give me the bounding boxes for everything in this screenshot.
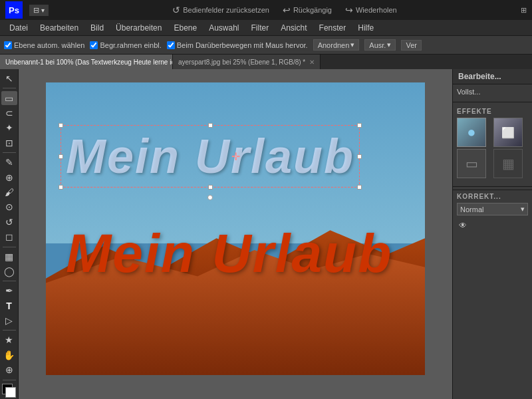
panel-divider-2 bbox=[453, 186, 532, 187]
toolbar-separator-5 bbox=[3, 330, 16, 331]
tab-label-1: Unbenannt-1 bei 100% (Das Textwerkzeug H… bbox=[5, 59, 173, 66]
show-bounds-label[interactable]: Begr.rahmen einbl. bbox=[90, 41, 161, 49]
crop-tool-btn[interactable]: ⊡ bbox=[1, 136, 17, 150]
canvas-area[interactable]: Mein Urlaub ✛ Mein Urlaub bbox=[19, 69, 452, 399]
hover-highlight-label[interactable]: Beim Darüberbewegen mit Maus hervor. bbox=[167, 41, 308, 49]
visibility-row: 👁 bbox=[453, 218, 532, 233]
redo-btn[interactable]: ↪ Wiederholen bbox=[345, 5, 397, 15]
star-btn[interactable]: ★ bbox=[1, 333, 17, 346]
workspace-toggle-btn[interactable]: ⊟ ▾ bbox=[29, 5, 49, 16]
fg-bg-colors[interactable] bbox=[2, 384, 17, 396]
menu-fenster[interactable]: Fenster bbox=[314, 22, 352, 34]
title-bar: Ps ⊟ ▾ ↺ Bedienfelder zurücksetzen ↩ Rüc… bbox=[0, 0, 532, 20]
effect-btn-3[interactable]: ▭ bbox=[457, 149, 486, 178]
menu-bearbeiten[interactable]: Bearbeiten bbox=[35, 22, 84, 34]
menu-hilfe[interactable]: Hilfe bbox=[352, 22, 379, 34]
ps-logo: Ps bbox=[5, 1, 23, 19]
autoselect-layer-checkbox[interactable] bbox=[4, 41, 12, 49]
flat-icon: ▭ bbox=[466, 156, 478, 172]
zoom-btn[interactable]: ⊕ bbox=[1, 363, 17, 376]
clone-btn[interactable]: ⊙ bbox=[1, 200, 17, 213]
effekte-section: EFFEKTE ● ⬜ ▭ ▦ bbox=[453, 105, 532, 184]
hover-highlight-checkbox[interactable] bbox=[167, 41, 175, 49]
tab-close-2[interactable]: ✕ bbox=[309, 59, 315, 66]
text-selected-inner[interactable]: Mein Urlaub bbox=[66, 129, 354, 184]
text-btn[interactable]: T bbox=[1, 299, 17, 313]
title-center: ↺ Bedienfelder zurücksetzen ↩ Rückgängig… bbox=[55, 5, 514, 15]
view-icon: ⊟ bbox=[33, 6, 39, 15]
brush-btn[interactable]: 🖌 bbox=[1, 186, 17, 199]
undo-icon: ↩ bbox=[283, 5, 291, 15]
canvas-text-red[interactable]: Mein Urlaub bbox=[66, 222, 405, 285]
reset-panels-btn[interactable]: ↺ Bedienfelder zurücksetzen bbox=[172, 5, 269, 15]
shape-btn[interactable]: ▷ bbox=[1, 314, 17, 327]
canvas-text-selected[interactable]: Mein Urlaub bbox=[66, 129, 354, 184]
effect-grid: ● ⬜ ▭ ▦ bbox=[457, 118, 528, 178]
toolbar-separator-6 bbox=[3, 380, 16, 380]
quick-select-btn[interactable]: ✦ bbox=[1, 121, 17, 134]
menu-filter[interactable]: Filter bbox=[246, 22, 275, 34]
text-below-container[interactable]: Mein Urlaub bbox=[66, 222, 405, 285]
hand-btn[interactable]: ✋ bbox=[1, 348, 17, 362]
menu-datei[interactable]: Datei bbox=[4, 22, 33, 34]
menu-bild[interactable]: Bild bbox=[85, 22, 109, 34]
redo-icon: ↪ bbox=[345, 5, 353, 15]
left-toolbar: ↖ ▭ ⊂ ✦ ⊡ ✎ ⊕ 🖌 ⊙ ↺ ◻ ▦ ◯ ✒ T ▷ ★ ✋ ⊕ bbox=[0, 69, 19, 399]
show-bounds-checkbox[interactable] bbox=[90, 41, 98, 49]
undo-btn[interactable]: ↩ Rückgängig bbox=[283, 5, 332, 15]
move-tool-btn[interactable]: ↖ bbox=[1, 72, 17, 85]
effect-btn-4[interactable]: ▦ bbox=[493, 149, 523, 178]
align-arrow-icon: ▾ bbox=[387, 41, 391, 49]
distribute-btn[interactable]: Ver bbox=[401, 40, 422, 51]
marquee-tool-btn[interactable]: ▭ bbox=[1, 91, 17, 104]
toolbar-separator-4 bbox=[3, 281, 16, 281]
eyedropper-btn[interactable]: ✎ bbox=[1, 156, 17, 169]
pen-btn[interactable]: ✒ bbox=[1, 284, 17, 297]
visibility-toggle-btn[interactable]: 👁 bbox=[457, 221, 469, 230]
eraser-btn[interactable]: ◻ bbox=[1, 230, 17, 243]
handle-midright[interactable] bbox=[357, 154, 362, 159]
toolbar-separator-3 bbox=[3, 247, 16, 247]
arrange-btn[interactable]: Anordnen ▾ bbox=[313, 39, 360, 51]
history-btn[interactable]: ↺ bbox=[1, 215, 17, 229]
dropdown-arrow-icon: ▾ bbox=[521, 205, 525, 213]
reset-icon: ↺ bbox=[172, 5, 180, 15]
toolbar-separator-2 bbox=[3, 152, 16, 153]
right-panel-header: Bearbeite... bbox=[453, 69, 532, 84]
toolbar-separator-1 bbox=[3, 88, 16, 88]
dodge-btn[interactable]: ◯ bbox=[1, 265, 17, 278]
vollst-section: Vollst... bbox=[453, 84, 532, 99]
text-selected-container[interactable]: Mein Urlaub ✛ bbox=[66, 129, 405, 184]
menu-ueberarbeiten[interactable]: Überarbeiten bbox=[110, 22, 167, 34]
align-btn[interactable]: Ausr. ▾ bbox=[364, 39, 396, 51]
effect-btn-1[interactable]: ● bbox=[457, 118, 486, 147]
gradient-btn[interactable]: ▦ bbox=[1, 249, 17, 263]
canvas[interactable]: Mein Urlaub ✛ Mein Urlaub bbox=[46, 82, 425, 375]
menu-ansicht[interactable]: Ansicht bbox=[275, 22, 312, 34]
lasso-tool-btn[interactable]: ⊂ bbox=[1, 106, 17, 120]
panel-divider-1 bbox=[453, 102, 532, 102]
spot-heal-btn[interactable]: ⊕ bbox=[1, 170, 17, 184]
autoselect-layer-label[interactable]: Ebene autom. wählen bbox=[4, 41, 84, 49]
options-bar: Ebene autom. wählen Begr.rahmen einbl. B… bbox=[0, 36, 532, 55]
effect-btn-2[interactable]: ⬜ bbox=[493, 118, 523, 147]
view-label: ▾ bbox=[41, 7, 45, 14]
menu-ebene[interactable]: Ebene bbox=[168, 22, 202, 34]
menu-bar: Datei Bearbeiten Bild Überarbeiten Ebene… bbox=[0, 20, 532, 36]
right-panel: Bearbeite... Vollst... EFFEKTE ● ⬜ ▭ bbox=[452, 69, 532, 399]
menu-auswahl[interactable]: Auswahl bbox=[203, 22, 244, 34]
workspace: ↖ ▭ ⊂ ✦ ⊡ ✎ ⊕ 🖌 ⊙ ↺ ◻ ▦ ◯ ✒ T ▷ ★ ✋ ⊕ bbox=[0, 69, 532, 399]
arrange-arrow-icon: ▾ bbox=[350, 41, 354, 49]
workspace-btn[interactable]: ⊞ bbox=[521, 6, 527, 15]
tab-active[interactable]: Unbenannt-1 bei 100% (Das Textwerkzeug H… bbox=[0, 55, 173, 69]
cube-icon: ⬜ bbox=[501, 126, 515, 139]
blend-mode-dropdown[interactable]: Normal ▾ bbox=[457, 203, 528, 215]
tab-bar: Unbenannt-1 bei 100% (Das Textwerkzeug H… bbox=[0, 55, 532, 69]
korrekt-section: KORREKT... Normal ▾ bbox=[453, 190, 532, 218]
tab-label-2: ayerspart8.jpg bei 25% (Ebene 1, RGB/8) … bbox=[178, 59, 305, 66]
bevel-icon: ▦ bbox=[502, 156, 515, 172]
sphere-icon: ● bbox=[467, 124, 475, 141]
tab-inactive[interactable]: ayerspart8.jpg bei 25% (Ebene 1, RGB/8) … bbox=[173, 55, 321, 69]
